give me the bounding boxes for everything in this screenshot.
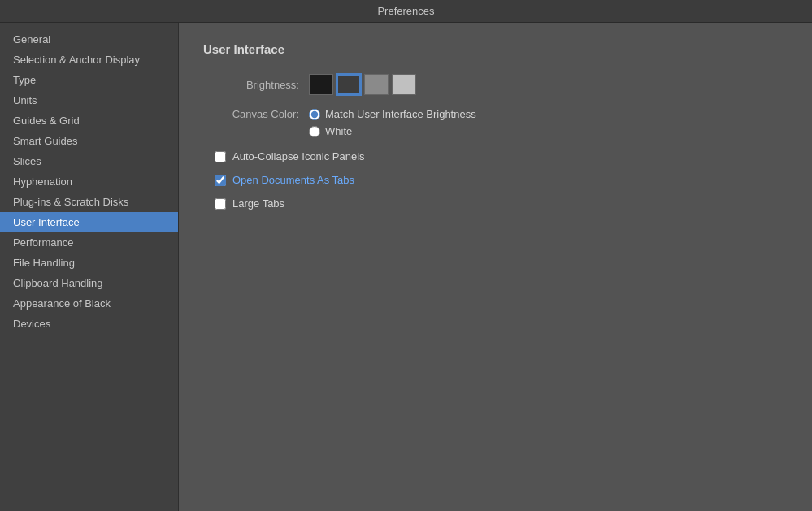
radio-match-ui[interactable] [309, 109, 320, 120]
radio-label-white: White [325, 125, 352, 137]
sidebar-item-performance[interactable]: Performance [0, 232, 178, 253]
content-area: User Interface Brightness: Canvas Color:… [179, 23, 812, 511]
sidebar-item-slices[interactable]: Slices [0, 151, 178, 171]
brightness-swatch-dark[interactable] [337, 74, 361, 95]
radio-label-match-ui: Match User Interface Brightness [325, 108, 476, 120]
brightness-label: Brightness: [203, 79, 309, 91]
checkbox-label-large-tabs: Large Tabs [232, 197, 284, 210]
sidebar-item-general[interactable]: General [0, 29, 178, 50]
checkbox-label-open-docs-tabs: Open Documents As Tabs [232, 174, 354, 186]
brightness-swatch-mid[interactable] [364, 74, 389, 95]
checkbox-row-auto-collapse[interactable]: Auto-Collapse Iconic Panels [215, 150, 788, 162]
sidebar-item-file-handling[interactable]: File Handling [0, 253, 178, 273]
radio-row-white[interactable]: White [309, 125, 476, 137]
checkbox-open-docs-tabs[interactable] [215, 175, 226, 186]
checkbox-label-auto-collapse: Auto-Collapse Iconic Panels [232, 150, 365, 162]
sidebar-item-devices[interactable]: Devices [0, 314, 178, 334]
window-title: Preferences [377, 5, 434, 17]
checkbox-row-large-tabs[interactable]: Large Tabs [215, 197, 788, 210]
sidebar-item-selection-anchor-display[interactable]: Selection & Anchor Display [0, 50, 178, 70]
sidebar-item-plug-ins-scratch-disks[interactable]: Plug-ins & Scratch Disks [0, 192, 178, 212]
sidebar-item-guides-grid[interactable]: Guides & Grid [0, 110, 178, 131]
brightness-row: Brightness: [203, 74, 788, 95]
checkboxes-section: Auto-Collapse Iconic PanelsOpen Document… [215, 150, 788, 210]
section-title: User Interface [203, 42, 788, 56]
sidebar-item-smart-guides[interactable]: Smart Guides [0, 131, 178, 151]
radio-white[interactable] [309, 126, 320, 137]
checkbox-row-open-docs-tabs[interactable]: Open Documents As Tabs [215, 174, 788, 186]
sidebar-item-appearance-of-black[interactable]: Appearance of Black [0, 293, 178, 314]
sidebar-item-units[interactable]: Units [0, 90, 178, 110]
checkbox-auto-collapse[interactable] [215, 151, 226, 162]
canvas-color-label: Canvas Color: [203, 108, 309, 120]
sidebar-item-user-interface[interactable]: User Interface [0, 212, 178, 232]
sidebar-item-clipboard-handling[interactable]: Clipboard Handling [0, 273, 178, 293]
brightness-swatch-black[interactable] [309, 74, 333, 95]
title-bar: Preferences [0, 0, 812, 23]
sidebar: GeneralSelection & Anchor DisplayTypeUni… [0, 23, 179, 511]
radio-row-match-ui[interactable]: Match User Interface Brightness [309, 108, 476, 120]
canvas-color-group: Match User Interface BrightnessWhite [309, 108, 476, 137]
checkbox-large-tabs[interactable] [215, 198, 226, 210]
brightness-swatches [309, 74, 416, 95]
sidebar-item-hyphenation[interactable]: Hyphenation [0, 171, 178, 192]
main-container: GeneralSelection & Anchor DisplayTypeUni… [0, 23, 812, 511]
sidebar-item-type[interactable]: Type [0, 70, 178, 90]
brightness-swatch-light[interactable] [392, 74, 416, 95]
canvas-color-row: Canvas Color: Match User Interface Brigh… [203, 108, 788, 137]
